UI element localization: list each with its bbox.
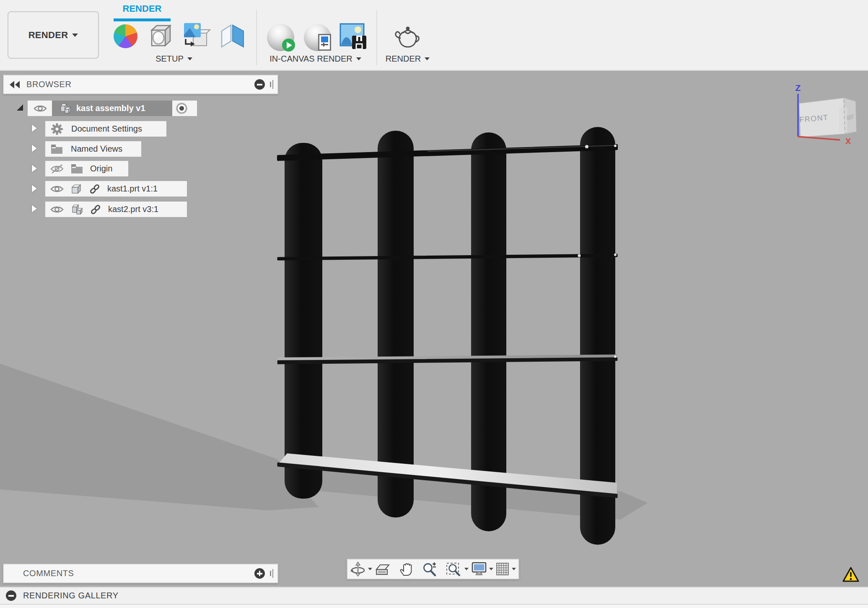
tree-expander-root[interactable] <box>17 104 23 111</box>
comments-panel-header[interactable]: COMMENTS <box>3 564 278 583</box>
comments-panel-title: COMMENTS <box>23 569 254 578</box>
warning-icon[interactable] <box>842 567 860 583</box>
tree-expander[interactable] <box>32 145 37 152</box>
group-in-canvas-render[interactable]: IN-CANVAS RENDER <box>251 54 379 64</box>
decal-icon[interactable] <box>183 22 211 49</box>
tree-row-kast2[interactable]: kast2.prt v3:1 <box>45 202 187 217</box>
chevron-down-icon <box>356 57 361 60</box>
tree-expander[interactable] <box>32 124 37 132</box>
settings-panel-icon <box>318 34 331 51</box>
play-icon <box>282 39 295 52</box>
folder-icon <box>50 144 63 154</box>
tree-selection-highlight: kast assembly v1 <box>52 101 172 116</box>
tree-item-label: kast1.prt v1:1 <box>107 184 158 194</box>
tree-item-label: kast assembly v1 <box>76 103 145 113</box>
pan-hand-icon <box>399 561 413 577</box>
tree-row-root[interactable]: kast assembly v1 <box>28 101 197 116</box>
chevron-down-icon <box>489 568 493 570</box>
folder-icon <box>70 163 83 174</box>
top-toolbar: RENDER RENDER SETUP <box>0 0 868 71</box>
chevron-down-icon <box>464 568 469 570</box>
group-render[interactable]: RENDER <box>377 54 438 64</box>
grid-icon <box>495 562 510 576</box>
tab-render[interactable]: RENDER <box>110 3 174 14</box>
collapse-all-icon[interactable] <box>254 79 265 90</box>
z-axis-label: Z <box>795 83 801 93</box>
orbit-tool[interactable] <box>350 561 372 577</box>
active-tab-underline <box>114 18 171 21</box>
external-link-icon <box>89 183 101 195</box>
assembly-component-icon <box>59 103 71 114</box>
workspace-switcher-label: RENDER <box>29 30 68 41</box>
window-zoom-tool[interactable] <box>446 561 469 577</box>
gear-icon <box>50 122 64 136</box>
display-settings-icon <box>471 562 487 576</box>
visibility-eye-icon[interactable] <box>50 185 64 193</box>
tree-row-document-settings[interactable]: Document Settings <box>45 121 166 137</box>
rendering-gallery-bar[interactable]: RENDERING GALLERY <box>0 587 868 605</box>
collapse-panel-icon[interactable] <box>10 81 21 88</box>
grid-settings-tool[interactable] <box>495 562 516 576</box>
render-teapot-icon[interactable] <box>393 25 422 51</box>
tree-row-origin[interactable]: Origin <box>45 161 128 176</box>
workspace-switcher-button[interactable]: RENDER <box>8 11 99 59</box>
external-link-icon <box>90 204 101 215</box>
zoom-icon <box>422 561 437 577</box>
bottom-strip <box>0 605 868 608</box>
tree-expander[interactable] <box>32 165 37 172</box>
tree-expander[interactable] <box>32 185 37 192</box>
chevron-down-icon <box>187 57 192 60</box>
panel-resize-handle[interactable] <box>270 569 273 578</box>
tree-item-label: Document Settings <box>71 124 142 134</box>
texture-icon[interactable] <box>220 23 246 49</box>
chevron-down-icon <box>368 568 372 570</box>
assembly-component-icon <box>70 204 83 215</box>
tree-row-named-views[interactable]: Named Views <box>45 141 141 157</box>
visibility-eye-icon[interactable] <box>50 205 64 214</box>
expand-panel-icon[interactable] <box>254 568 265 579</box>
pan-tool[interactable] <box>399 561 420 577</box>
body-cube-icon <box>70 184 82 194</box>
visibility-eye-icon[interactable] <box>34 104 47 113</box>
chevron-down-icon <box>512 568 516 570</box>
appearance-color-wheel-icon[interactable] <box>114 24 137 48</box>
orbit-icon <box>350 561 366 577</box>
chevron-down-icon <box>425 57 430 60</box>
x-axis <box>798 137 840 140</box>
group-in-canvas-render-label: IN-CANVAS RENDER <box>269 54 352 64</box>
panel-resize-handle[interactable] <box>270 80 273 89</box>
visibility-off-icon[interactable] <box>50 164 64 174</box>
viewcube-edge-hover <box>839 107 847 132</box>
tree-item-label: kast2.prt v3:1 <box>108 204 158 214</box>
activate-component-radio[interactable] <box>176 102 188 114</box>
tree-item-label: Origin <box>90 164 112 173</box>
rendering-gallery-title: RENDERING GALLERY <box>23 591 119 600</box>
group-setup-label: SETUP <box>155 54 184 64</box>
look-at-tool[interactable] <box>374 562 396 576</box>
zoom-tool[interactable] <box>422 561 443 577</box>
window-zoom-icon <box>446 561 462 577</box>
tree-row-kast1[interactable]: kast1.prt v1:1 <box>45 181 187 197</box>
fusion-render-workspace: { "colors": { "accent_blue": "#0d9bd8", … <box>0 0 868 608</box>
look-at-icon <box>374 562 390 576</box>
chevron-down-icon <box>72 34 78 37</box>
viewcube[interactable]: FRONT RIGHT Z X <box>775 78 865 147</box>
x-axis-label: X <box>845 137 851 146</box>
tree-item-label: Named Views <box>71 144 122 154</box>
capture-image-icon[interactable] <box>339 23 367 50</box>
group-setup[interactable]: SETUP <box>138 54 210 64</box>
collapse-gallery-icon[interactable] <box>6 590 16 601</box>
scene-settings-icon[interactable] <box>148 23 174 49</box>
group-render-label: RENDER <box>386 54 421 64</box>
browser-panel-title: BROWSER <box>26 80 254 89</box>
navigation-toolbar <box>347 559 519 580</box>
browser-panel-header[interactable]: BROWSER <box>3 75 278 94</box>
display-settings-tool[interactable] <box>471 562 493 576</box>
tree-expander[interactable] <box>32 205 37 212</box>
